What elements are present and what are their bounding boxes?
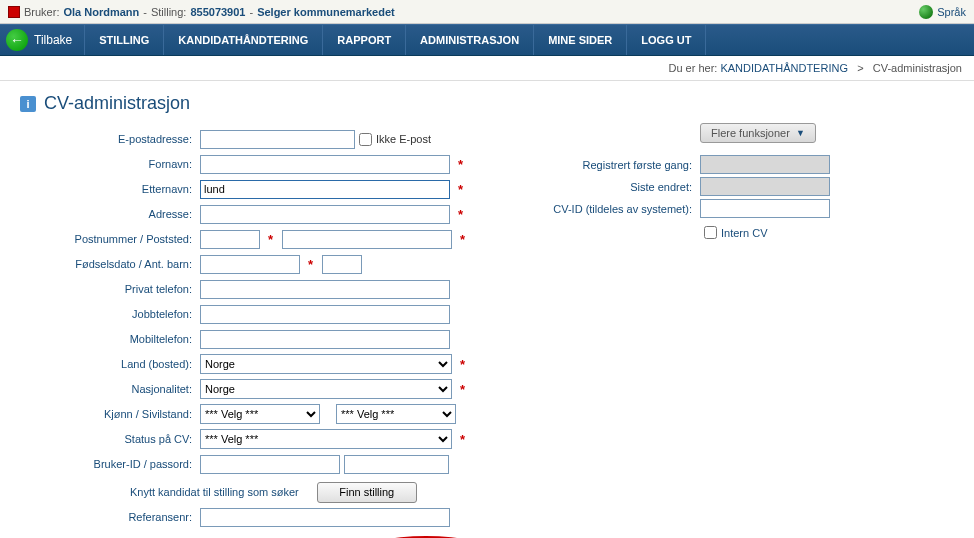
bruker-name: Ola Nordmann [63, 6, 139, 18]
page-title: i CV-administrasjon [20, 93, 480, 114]
cvid-input[interactable] [700, 199, 830, 218]
intern-cv-checkbox[interactable] [704, 226, 717, 239]
stilling-title: Selger kommunemarkedet [257, 6, 395, 18]
back-arrow-icon: ← [6, 29, 28, 51]
status-select[interactable]: *** Velg *** [200, 429, 452, 449]
etternavn-input[interactable] [200, 180, 450, 199]
required-icon: * [458, 207, 468, 222]
flere-funksjoner-label: Flere funksjoner [711, 127, 790, 139]
fornavn-input[interactable] [200, 155, 450, 174]
brukerid-input[interactable] [200, 455, 340, 474]
finn-stilling-button[interactable]: Finn stilling [317, 482, 417, 503]
nav-stilling[interactable]: STILLING [85, 25, 164, 55]
nav-rapport[interactable]: RAPPORT [323, 25, 406, 55]
jobb-tel-label: Jobbtelefon: [20, 308, 200, 320]
nasjonalitet-label: Nasjonalitet: [20, 383, 200, 395]
nasjonalitet-select[interactable]: Norge [200, 379, 452, 399]
caret-down-icon: ▼ [796, 128, 805, 138]
required-icon: * [460, 357, 470, 372]
ikke-epost-checkbox[interactable] [359, 133, 372, 146]
globe-icon [919, 5, 933, 19]
stilling-label: Stilling: [151, 6, 186, 18]
main-nav: ← Tilbake STILLING KANDIDATHÅNDTERING RA… [0, 24, 974, 56]
breadcrumb-sep: > [857, 62, 863, 74]
siste-endret-input [700, 177, 830, 196]
required-icon: * [308, 257, 318, 272]
required-icon: * [458, 182, 468, 197]
siste-endret-label: Siste endret: [520, 181, 700, 193]
required-icon: * [268, 232, 278, 247]
back-button[interactable]: ← Tilbake [0, 25, 85, 55]
jobb-tel-input[interactable] [200, 305, 450, 324]
mobil-tel-label: Mobiltelefon: [20, 333, 200, 345]
postnr-label: Postnummer / Poststed: [20, 233, 200, 245]
adresse-input[interactable] [200, 205, 450, 224]
mobil-tel-input[interactable] [200, 330, 450, 349]
breadcrumb-current: CV-administrasjon [873, 62, 962, 74]
breadcrumb-prefix: Du er her: [668, 62, 717, 74]
privat-tel-input[interactable] [200, 280, 450, 299]
status-label: Status på CV: [20, 433, 200, 445]
breadcrumb: Du er her: KANDIDATHÅNDTERING > CV-admin… [0, 56, 974, 81]
app-logo-icon [8, 6, 20, 18]
referansenr-label: Referansenr: [20, 511, 200, 523]
adresse-label: Adresse: [20, 208, 200, 220]
knytt-label: Knytt kandidat til stilling som søker [20, 486, 307, 498]
required-icon: * [460, 432, 470, 447]
nav-logg-ut[interactable]: LOGG UT [627, 25, 706, 55]
nav-mine-sider[interactable]: MINE SIDER [534, 25, 627, 55]
antbarn-input[interactable] [322, 255, 362, 274]
bruker-label: Bruker: [24, 6, 59, 18]
privat-tel-label: Privat telefon: [20, 283, 200, 295]
fodsel-label: Fødselsdato / Ant. barn: [20, 258, 200, 270]
fodselsdato-input[interactable] [200, 255, 300, 274]
info-icon: i [20, 96, 36, 112]
land-label: Land (bosted): [20, 358, 200, 370]
referansenr-input[interactable] [200, 508, 450, 527]
fornavn-label: Fornavn: [20, 158, 200, 170]
language-selector[interactable]: Språk [919, 5, 966, 19]
flere-funksjoner-button[interactable]: Flere funksjoner ▼ [700, 123, 816, 143]
kjonn-label: Kjønn / Sivilstand: [20, 408, 200, 420]
epost-label: E-postadresse: [20, 133, 200, 145]
stilling-id: 855073901 [190, 6, 245, 18]
nav-kandidathandtering[interactable]: KANDIDATHÅNDTERING [164, 25, 323, 55]
cvid-label: CV-ID (tildeles av systemet): [520, 203, 700, 215]
required-icon: * [460, 232, 470, 247]
registrert-input [700, 155, 830, 174]
header-user-info: Bruker: Ola Nordmann - Stilling: 8550739… [8, 6, 395, 18]
kjonn-select[interactable]: *** Velg *** [200, 404, 320, 424]
passord-input[interactable] [344, 455, 449, 474]
back-label: Tilbake [34, 33, 72, 47]
language-label: Språk [937, 6, 966, 18]
etternavn-label: Etternavn: [20, 183, 200, 195]
poststed-input[interactable] [282, 230, 452, 249]
intern-cv-label: Intern CV [721, 227, 767, 239]
brukerid-label: Bruker-ID / passord: [20, 458, 200, 470]
epost-input[interactable] [200, 130, 355, 149]
ikke-epost-row[interactable]: Ikke E-post [359, 133, 431, 146]
header-bar: Bruker: Ola Nordmann - Stilling: 8550739… [0, 0, 974, 24]
required-icon: * [460, 382, 470, 397]
breadcrumb-link[interactable]: KANDIDATHÅNDTERING [720, 62, 848, 74]
required-icon: * [458, 157, 468, 172]
land-select[interactable]: Norge [200, 354, 452, 374]
postnummer-input[interactable] [200, 230, 260, 249]
registrert-label: Registrert første gang: [520, 159, 700, 171]
sivilstand-select[interactable]: *** Velg *** [336, 404, 456, 424]
nav-administrasjon[interactable]: ADMINISTRASJON [406, 25, 534, 55]
ikke-epost-label: Ikke E-post [376, 133, 431, 145]
